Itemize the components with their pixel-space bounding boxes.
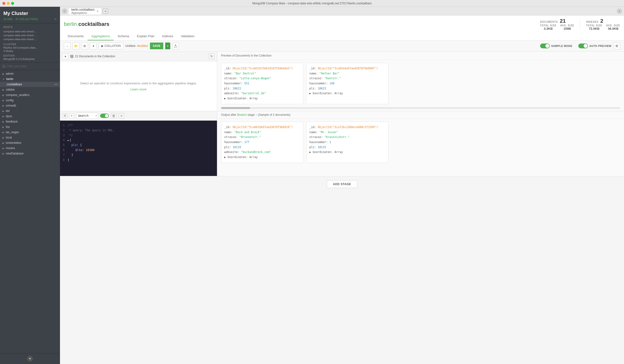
- collection-options-icon[interactable]: •••: [54, 82, 57, 86]
- export-button[interactable]: [172, 43, 179, 49]
- stage0-header: ▾ 21 Documents in the Collection ↻: [60, 51, 217, 61]
- tab-schema[interactable]: Schema: [114, 32, 133, 40]
- collation-button[interactable]: ▶ COLLATION: [99, 43, 123, 49]
- field-key: webseite:: [224, 92, 241, 95]
- sidebar-item-londonbikes[interactable]: ▶ londonbikes: [0, 140, 60, 146]
- stage1-toggle-knob: [105, 114, 108, 118]
- stage1-right: Output after $match stage ● (Sample of 2…: [217, 111, 624, 176]
- nav-tabs: Documents Aggregations Schema Explain Pl…: [64, 32, 620, 40]
- sidebar-item-dyno[interactable]: ▶ dyno: [0, 114, 60, 119]
- db-part: berlin: [64, 21, 77, 27]
- sidebar-item-compass_analitics[interactable]: ▶ compass_analitics: [0, 92, 60, 98]
- gear-settings-button[interactable]: ⚙: [613, 43, 620, 49]
- total-size-stat: TOTAL SIZE 3.3KB: [540, 24, 556, 30]
- pipeline-settings-button[interactable]: ⚙: [81, 43, 88, 49]
- stage0-instruction: Select an operator to construct expressi…: [80, 81, 197, 86]
- tab-validation[interactable]: Validation: [177, 32, 198, 40]
- tab-indexes[interactable]: Indexes: [158, 32, 177, 40]
- maximize-traffic-light[interactable]: [11, 2, 14, 5]
- svg-rect-4: [71, 56, 73, 57]
- stage1-num-button[interactable]: ▾: [69, 113, 74, 118]
- expand-icon[interactable]: ▶: [224, 155, 228, 159]
- db-name-las-vegas: las_vegas: [6, 130, 19, 134]
- indexes-count: 2: [600, 18, 603, 24]
- stage1-collapse-button[interactable]: ☰: [62, 113, 67, 118]
- stage-collection-panel: ▾ 21 Documents in the Collection ↻ Selec…: [60, 51, 624, 111]
- minimize-traffic-light[interactable]: [7, 2, 10, 5]
- tab-explain-plan[interactable]: Explain Plan: [133, 32, 158, 40]
- tab-documents[interactable]: Documents: [64, 32, 88, 40]
- auto-preview-toggle[interactable]: [578, 44, 588, 48]
- pipeline-toolbar: ‹ 📁 ⚙ ▾ ▶ COLLATION Untitled- Modified S…: [60, 41, 624, 51]
- tab-aggregations[interactable]: Aggregations: [88, 32, 114, 40]
- tab-active[interactable]: berlin.cocktailbars Aggregations ✕: [68, 8, 102, 15]
- db-name-berlin: berlin: [6, 77, 13, 81]
- sidebar-item-las_vegas[interactable]: ▶ las_vegas: [0, 130, 60, 135]
- field-key: strasse:: [224, 77, 239, 80]
- field-key: strasse:: [224, 135, 239, 139]
- sidebar-item-newDatabase[interactable]: ▶ newDatabase: [0, 151, 60, 156]
- doc-card-4: _id: ObjectId("5ca72bc2db8ece608c5f3269"…: [306, 121, 389, 163]
- save-dropdown-button[interactable]: ▾: [165, 43, 170, 49]
- tab-close-icon[interactable]: ✕: [97, 10, 99, 13]
- pipeline-more-button[interactable]: ▾: [90, 43, 97, 49]
- sidebar-item-dxl[interactable]: ▶ dxl: [0, 108, 60, 114]
- new-tab-button[interactable]: +: [103, 8, 108, 14]
- add-stage-button[interactable]: ADD STAGE: [327, 180, 357, 188]
- cluster-info: CLUSTER Replica Set (compass-data... 3 N…: [0, 41, 60, 53]
- code-editor-stage1[interactable]: 1/** 2 * query: The query in MQL. 3 */ 4…: [60, 121, 217, 176]
- edition-info: EDITION MongoDB 4.2.0 Enterprise: [0, 53, 60, 63]
- field-key: name:: [309, 72, 319, 75]
- pipeline-name-text: Untitled: [125, 44, 135, 48]
- close-traffic-light[interactable]: [2, 2, 5, 5]
- chevron-right-icon: ▶: [2, 99, 4, 102]
- svg-point-0: [3, 65, 5, 67]
- db-name-dyno: dyno: [6, 115, 12, 118]
- tab-nav-forward-button[interactable]: ›: [617, 8, 622, 14]
- sidebar-item-foo[interactable]: ▶ foo: [0, 124, 60, 130]
- stage0-refresh-button[interactable]: ↻: [209, 53, 214, 59]
- tab-nav-back-button[interactable]: ‹: [62, 8, 67, 14]
- pipeline-content: ▾ 21 Documents in the Collection ↻ Selec…: [60, 51, 624, 364]
- stats-area: DOCUMENTS 21 TOTAL SIZE 3.3KB AVG. SIZE …: [540, 18, 620, 30]
- save-button[interactable]: SAVE: [150, 43, 163, 49]
- stage1-toggle[interactable]: [100, 114, 109, 118]
- chevron-right-icon: ▶: [2, 131, 4, 134]
- sidebar-item-citibike[interactable]: ▶ citibike: [0, 87, 60, 92]
- sidebar-item-admin[interactable]: ▶ admin: [0, 71, 60, 76]
- field-key: name:: [224, 72, 234, 75]
- stage1-delete-button[interactable]: 🗑: [111, 113, 117, 119]
- search-input[interactable]: [7, 65, 57, 68]
- db-name-citibike: citibike: [6, 88, 15, 91]
- sidebar-item-berlin[interactable]: ▼ berlin: [0, 76, 60, 82]
- stage-match-panel: ☰ ▾ $match $group $sort $limit $project …: [60, 111, 624, 176]
- stage0-collapse-button[interactable]: ▾: [62, 53, 68, 59]
- stage1-header: ☰ ▾ $match $group $sort $limit $project …: [60, 111, 217, 121]
- sidebar-item-crimedb[interactable]: ▶ crimedb: [0, 103, 60, 108]
- code-line-8: 8}: [63, 158, 214, 162]
- refresh-button[interactable]: ↻: [54, 18, 57, 21]
- field-key: _id:: [309, 125, 318, 129]
- add-database-button[interactable]: +: [27, 356, 33, 362]
- sidebar-item-movies[interactable]: ▶ movies: [0, 146, 60, 151]
- expand-icon[interactable]: ▶: [309, 92, 313, 95]
- sample-mode-toggle[interactable]: [540, 44, 550, 48]
- stage1-add-button[interactable]: +: [119, 113, 124, 119]
- host-item-1: compass-data-sets-shard-...: [0, 29, 60, 33]
- match-stage-link[interactable]: $match: [237, 113, 247, 117]
- docs-scroll-track[interactable]: [221, 107, 620, 109]
- sidebar-item-local[interactable]: ▶ local: [0, 135, 60, 140]
- sidebar-item-config[interactable]: ▶ config: [0, 98, 60, 103]
- idx-sub-stats: TOTAL SIZE 72.0KB AVG. SIZE 36.0KB: [586, 24, 620, 30]
- sidebar-item-cocktailbars[interactable]: cocktailbars •••: [0, 82, 60, 87]
- tab-subtitle: Aggregations: [71, 11, 95, 14]
- sidebar-item-feedback[interactable]: ▶ feedback: [0, 119, 60, 124]
- expand-icon[interactable]: ▶: [309, 150, 313, 154]
- learn-more-link[interactable]: Learn more: [130, 88, 146, 91]
- stage1-operator-select[interactable]: $match $group $sort $limit $project $unw…: [76, 113, 98, 119]
- expand-icon[interactable]: ▶: [224, 97, 228, 100]
- pipeline-back-button[interactable]: ‹: [64, 43, 71, 49]
- host-item-2: compass-data-sets-shard-...: [0, 33, 60, 37]
- pipeline-folder-button[interactable]: 📁: [73, 43, 79, 49]
- field-key: koordinaten:: [313, 92, 335, 95]
